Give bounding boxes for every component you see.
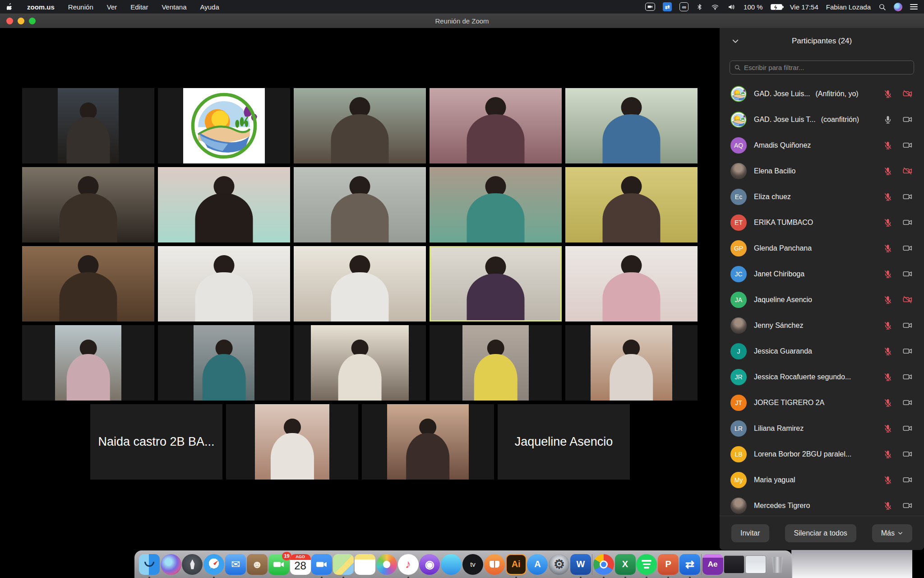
person-silhouette xyxy=(158,170,290,242)
video-tile[interactable] xyxy=(158,88,290,163)
dock-item-teamviewer[interactable]: ⇄ xyxy=(679,554,700,575)
participant-row[interactable]: AQAmadis Quiñonez xyxy=(720,132,924,158)
collapse-panel-chevron-icon[interactable] xyxy=(731,37,739,45)
participant-row[interactable]: MyMaria yagual xyxy=(720,467,924,493)
participant-row[interactable]: JJessica Guaranda xyxy=(720,338,924,364)
video-tile[interactable] xyxy=(22,325,154,401)
dock-item-launchpad[interactable] xyxy=(182,554,203,575)
dock-item-messages[interactable] xyxy=(441,554,462,575)
participant-filter-input[interactable] xyxy=(744,64,910,71)
spotlight-search-icon[interactable] xyxy=(878,3,886,11)
dock-item-zoom[interactable] xyxy=(311,554,332,575)
more-button[interactable]: Más xyxy=(872,524,912,542)
dock-item-microsoft-word[interactable]: W xyxy=(570,554,591,575)
video-tile[interactable] xyxy=(22,167,154,242)
video-tile[interactable] xyxy=(22,88,154,163)
participant-row[interactable]: LBLorena Borbor 2BGU paralel... xyxy=(720,441,924,467)
video-tile[interactable] xyxy=(22,246,154,322)
dock-item-safari[interactable] xyxy=(203,554,224,575)
dock-item-notes[interactable] xyxy=(355,554,375,575)
video-tile[interactable] xyxy=(226,404,358,480)
dock-item-microsoft-excel[interactable]: X xyxy=(615,554,636,575)
participant-row[interactable]: GAD. Jose Luis...(Anfitrión, yo) xyxy=(720,81,924,107)
menu-list-icon[interactable] xyxy=(910,4,918,9)
video-tile[interactable] xyxy=(565,88,698,163)
dock-item-apple-tv[interactable]: tv xyxy=(462,554,483,575)
dock-item-mail[interactable]: ✉ xyxy=(225,554,246,575)
camera-on-icon xyxy=(903,321,912,330)
apple-menu-icon[interactable] xyxy=(6,3,14,11)
participant-row[interactable]: Jenny Sánchez xyxy=(720,312,924,338)
menu-reunion[interactable]: Reunión xyxy=(68,3,93,11)
mute-all-button[interactable]: Silenciar a todos xyxy=(785,524,856,542)
participant-row[interactable]: GAD. Jose Luis T...(coanfitrión) xyxy=(720,107,924,132)
video-tile[interactable]: Jaqueline Asencio xyxy=(498,404,630,480)
video-tile[interactable] xyxy=(430,88,562,163)
menu-ventana[interactable]: Ventana xyxy=(162,3,186,11)
dock-item-google-chrome[interactable] xyxy=(593,554,614,575)
siri-icon[interactable] xyxy=(894,3,902,11)
dock-item-contacts[interactable]: ☻ xyxy=(247,554,268,575)
participant-row[interactable]: GPGlenda Panchana xyxy=(720,235,924,261)
zoom-camera-menubar-icon[interactable] xyxy=(645,3,655,11)
participant-row[interactable]: Elena Bacilio xyxy=(720,158,924,184)
dock-item-system-preferences[interactable]: ⚙ xyxy=(549,554,569,575)
participant-row[interactable]: JCJanet Chiriboga xyxy=(720,261,924,287)
volume-icon[interactable] xyxy=(727,3,736,11)
dock-item-music[interactable]: ♪ xyxy=(398,554,419,575)
participant-row[interactable]: JRJessica Rocafuerte segundo... xyxy=(720,364,924,390)
menu-clock[interactable]: Vie 17:54 xyxy=(790,3,818,11)
video-feed xyxy=(158,167,290,242)
dock-item-trash[interactable] xyxy=(767,554,788,575)
dock-item-photos[interactable] xyxy=(376,554,397,575)
dock-item-calendar[interactable]: AGO28 xyxy=(290,554,311,575)
participant-row[interactable]: LRLiliana Ramirez xyxy=(720,415,924,441)
video-tile[interactable] xyxy=(294,325,426,401)
participant-row[interactable]: JAJaqueline Asencio xyxy=(720,287,924,312)
menu-user-name[interactable]: Fabian Lozada xyxy=(826,3,871,11)
menu-ayuda[interactable]: Ayuda xyxy=(200,3,219,11)
dock-item-app-store[interactable]: A xyxy=(527,554,548,575)
video-tile-active-speaker[interactable] xyxy=(430,246,562,322)
video-tile[interactable] xyxy=(362,404,494,480)
video-tile[interactable] xyxy=(294,167,426,242)
video-tile[interactable] xyxy=(294,88,426,163)
video-tile[interactable] xyxy=(158,167,290,242)
invite-button[interactable]: Invitar xyxy=(731,524,769,542)
video-tile[interactable] xyxy=(430,167,562,242)
dock-item-after-effects-folder[interactable]: Ae xyxy=(702,554,723,575)
dock-item-minimized-window[interactable] xyxy=(724,554,744,575)
menu-editar[interactable]: Editar xyxy=(130,3,148,11)
participant-row[interactable]: EcEliza chuez xyxy=(720,184,924,210)
video-tile[interactable] xyxy=(430,325,562,401)
participant-row[interactable]: JTJORGE TIGRERO 2A xyxy=(720,390,924,415)
dock-item-books[interactable] xyxy=(484,554,505,575)
creative-cloud-icon[interactable]: ∞ xyxy=(679,2,688,11)
dock-item-siri[interactable] xyxy=(161,554,181,575)
wifi-icon[interactable] xyxy=(711,3,720,11)
battery-icon[interactable]: ϟ xyxy=(771,4,782,10)
participant-row[interactable]: Mercedes Tigrero xyxy=(720,493,924,516)
person-silhouette xyxy=(387,407,469,480)
dock-item-maps[interactable] xyxy=(333,554,354,575)
person-silhouette xyxy=(158,249,290,322)
video-tile[interactable] xyxy=(565,246,698,322)
dock-item-facetime[interactable]: 19 xyxy=(268,554,289,575)
dock-item-minimized-window[interactable] xyxy=(745,554,766,575)
teamviewer-menubar-icon[interactable]: ⇄ xyxy=(663,2,672,11)
video-tile[interactable] xyxy=(294,246,426,322)
participant-row[interactable]: ETERIKA TUMBACO xyxy=(720,210,924,235)
dock-item-podcasts[interactable]: ◉ xyxy=(419,554,440,575)
dock-item-microsoft-powerpoint[interactable]: P xyxy=(658,554,679,575)
video-tile[interactable]: Naida castro 2B BA... xyxy=(90,404,222,480)
menu-app-name[interactable]: zoom.us xyxy=(27,3,55,11)
menu-ver[interactable]: Ver xyxy=(107,3,117,11)
dock-item-finder[interactable] xyxy=(139,554,160,575)
video-tile[interactable] xyxy=(158,325,290,401)
dock-item-adobe-illustrator[interactable]: Ai xyxy=(506,554,527,575)
video-tile[interactable] xyxy=(565,325,698,401)
video-tile[interactable] xyxy=(158,246,290,322)
bluetooth-icon[interactable] xyxy=(696,3,703,11)
video-tile[interactable] xyxy=(565,167,698,242)
dock-item-spotify[interactable] xyxy=(636,554,657,575)
